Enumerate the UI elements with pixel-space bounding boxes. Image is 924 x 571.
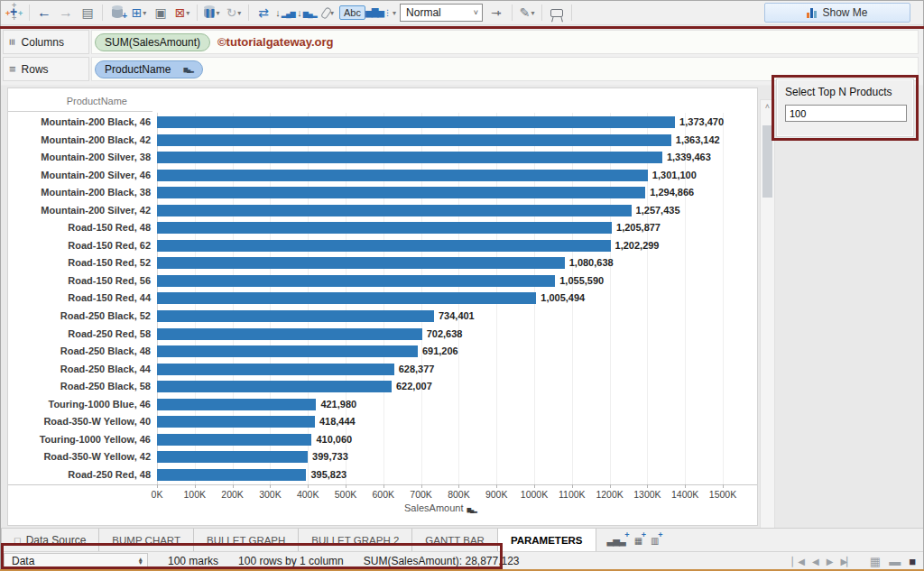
- previous-sheet-icon[interactable]: ◀: [812, 557, 818, 566]
- row-label[interactable]: Road-150 Red, 52: [8, 254, 151, 272]
- row-label[interactable]: Touring-1000 Yellow, 46: [8, 431, 151, 449]
- row-label[interactable]: Road-250 Black, 48: [8, 343, 151, 361]
- refresh-data-icon[interactable]: ↻▾: [223, 3, 245, 23]
- tab-bump-chart[interactable]: BUMP CHART: [99, 529, 194, 551]
- swap-rows-columns-icon[interactable]: ⇄: [253, 3, 274, 23]
- productname-pill[interactable]: ProductName ▆▄▂: [95, 60, 203, 78]
- undo-back-icon[interactable]: ←: [33, 3, 55, 23]
- row-label[interactable]: Mountain-200 Silver, 38: [8, 149, 151, 167]
- show-mark-labels-button[interactable]: Abc: [339, 3, 365, 23]
- sum-salesamount-pill[interactable]: SUM(SalesAmount): [95, 33, 210, 51]
- show-sheet-sorter-icon[interactable]: ▦: [870, 555, 881, 568]
- bar-mark[interactable]: [157, 399, 316, 410]
- bar-mark[interactable]: [157, 364, 394, 375]
- new-worksheet-icon[interactable]: ⊞▾: [128, 3, 150, 23]
- bar-mark[interactable]: [157, 434, 311, 446]
- bar-mark[interactable]: [157, 222, 612, 234]
- sort-descending-icon[interactable]: ↓▆▄▂: [296, 3, 318, 23]
- add-data-source-icon[interactable]: +: [106, 3, 128, 23]
- row-label[interactable]: Mountain-200 Silver, 46: [8, 167, 151, 185]
- row-label[interactable]: Road-150 Red, 62: [8, 237, 151, 255]
- tab-gantt-bar[interactable]: GANTT BAR: [412, 529, 498, 551]
- bar-row: Road-250 Black, 48691,206: [8, 343, 757, 361]
- fit-select-value: Normal: [406, 6, 441, 19]
- highlight-pen-icon[interactable]: ✎▾: [516, 3, 538, 23]
- bar-row: Road-350-W Yellow, 40418,444: [8, 413, 757, 431]
- bar-mark[interactable]: [157, 240, 611, 252]
- bar-mark[interactable]: [157, 416, 315, 428]
- scroll-up-icon[interactable]: ˄: [761, 102, 774, 111]
- row-label[interactable]: Mountain-200 Black, 42: [8, 132, 151, 150]
- row-label[interactable]: Road-250 Black, 58: [8, 378, 151, 396]
- toolbar-separator: [102, 5, 103, 21]
- bar-mark[interactable]: [157, 292, 536, 304]
- mark-type-icon[interactable]: ▅▇▅⋮▾: [365, 3, 396, 23]
- redo-forward-icon[interactable]: →: [55, 3, 77, 23]
- next-sheet-icon[interactable]: ▶: [827, 557, 833, 566]
- bar-value-label: 1,257,435: [636, 202, 680, 220]
- row-label[interactable]: Road-250 Red, 48: [8, 466, 151, 484]
- bar-mark[interactable]: [157, 170, 648, 181]
- new-worksheet-icon[interactable]: ▃▅▃+: [607, 534, 625, 547]
- bar-mark[interactable]: [157, 345, 418, 357]
- row-label[interactable]: Mountain-200 Black, 38: [8, 184, 151, 202]
- row-label[interactable]: Road-150 Red, 56: [8, 272, 151, 290]
- fit-select[interactable]: Normal ˅: [400, 4, 483, 22]
- sort-ascending-icon[interactable]: ↓▂▄▆: [274, 3, 296, 23]
- bar-mark[interactable]: [157, 451, 308, 463]
- vertical-scrollbar[interactable]: ˄ ˅: [760, 99, 775, 570]
- tab-bullet-graph-2[interactable]: BULLET GRAPH 2: [299, 529, 412, 551]
- new-dashboard-icon[interactable]: ▦+: [634, 534, 642, 547]
- bar-mark[interactable]: [157, 469, 306, 481]
- show-filmstrip-icon[interactable]: ▬: [889, 555, 901, 568]
- scrollbar-thumb[interactable]: [762, 125, 772, 198]
- top-n-input[interactable]: [785, 105, 907, 122]
- bar-mark[interactable]: [157, 134, 671, 146]
- row-label[interactable]: Road-150 Red, 48: [8, 219, 151, 237]
- axis-sort-icon: ▆▄▂: [467, 507, 476, 512]
- presentation-mode-icon[interactable]: [546, 3, 568, 23]
- pause-auto-updates-icon[interactable]: ▌▌▾: [201, 3, 223, 23]
- group-members-paperclip-icon[interactable]: ▾: [318, 3, 339, 23]
- data-source-selector[interactable]: Data ▲▼: [4, 553, 148, 570]
- clear-sheet-icon[interactable]: ⊠▾: [171, 3, 193, 23]
- bar-value-label: 1,301,100: [652, 167, 697, 185]
- row-label[interactable]: Road-350-W Yellow, 42: [8, 448, 151, 466]
- show-me-button[interactable]: Show Me: [764, 3, 910, 23]
- bar-row: Mountain-200 Black, 461,373,470: [8, 114, 757, 132]
- row-label[interactable]: Road-350-W Yellow, 40: [8, 413, 151, 431]
- row-label[interactable]: Mountain-200 Silver, 42: [8, 202, 151, 220]
- tab-parameters[interactable]: PARAMETERS: [498, 529, 596, 551]
- bar-mark[interactable]: [157, 205, 632, 216]
- bar-mark[interactable]: [157, 257, 565, 269]
- bar-mark[interactable]: [157, 381, 392, 392]
- x-axis-title[interactable]: SalesAmount▆▄▂: [157, 502, 724, 513]
- row-label[interactable]: Road-150 Red, 44: [8, 290, 151, 308]
- row-label[interactable]: Road-250 Red, 58: [8, 326, 151, 344]
- last-sheet-icon[interactable]: ▶▏: [840, 557, 852, 566]
- fix-axes-pin-icon[interactable]: †: [486, 3, 508, 23]
- rows-shelf-area[interactable]: ProductName ▆▄▂: [91, 57, 919, 81]
- row-label[interactable]: Touring-1000 Blue, 46: [8, 396, 151, 414]
- columns-shelf-area[interactable]: SUM(SalesAmount) ©tutorialgateway.org: [91, 30, 919, 54]
- row-label[interactable]: Road-250 Black, 44: [8, 361, 151, 379]
- bar-mark[interactable]: [157, 152, 662, 163]
- bar-value-label: 1,294,866: [650, 184, 694, 202]
- bar-mark[interactable]: [157, 187, 645, 198]
- bar-row: Mountain-200 Silver, 381,339,463: [8, 149, 757, 167]
- toolbar-separator: [197, 5, 198, 21]
- bar-value-label: 410,060: [316, 431, 352, 449]
- bar-mark[interactable]: [157, 275, 555, 287]
- bar-mark[interactable]: [157, 328, 422, 340]
- save-icon[interactable]: ▤: [77, 3, 98, 23]
- tab-bullet-graph[interactable]: BULLET GRAPH: [194, 529, 299, 551]
- bar-mark[interactable]: [157, 310, 434, 322]
- first-sheet-icon[interactable]: ▏◀: [792, 557, 804, 566]
- duplicate-sheet-icon[interactable]: ▣: [150, 3, 171, 23]
- bar-mark[interactable]: [157, 116, 675, 128]
- new-story-icon[interactable]: ▥+: [651, 534, 658, 547]
- show-tabs-icon[interactable]: ■: [909, 555, 916, 568]
- row-label[interactable]: Road-250 Black, 52: [8, 308, 151, 326]
- tab-data-source[interactable]: □Data Source: [1, 529, 99, 551]
- row-label[interactable]: Mountain-200 Black, 46: [8, 114, 151, 132]
